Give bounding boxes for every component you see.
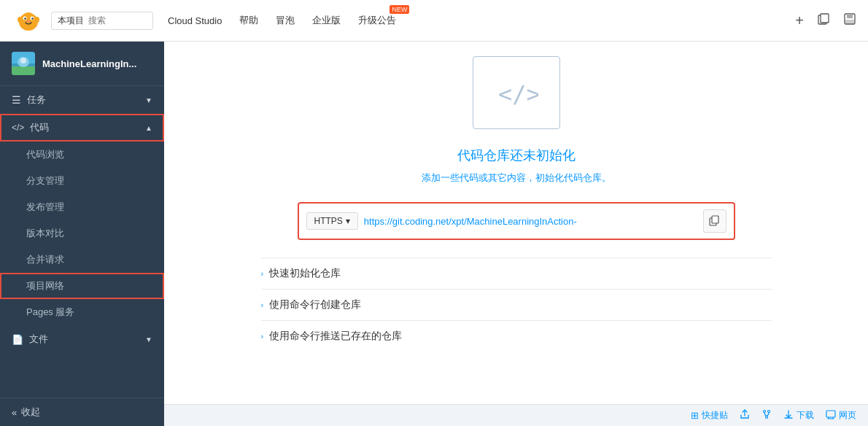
- quick-paste-label: 快捷贴: [702, 409, 728, 422]
- sidebar-section-code[interactable]: </> 代码 ▲: [0, 114, 164, 142]
- topnav-actions: +: [795, 12, 856, 29]
- svg-rect-12: [847, 14, 853, 18]
- files-arrow: ▼: [145, 336, 152, 344]
- project-name: MachineLearningIn...: [42, 58, 136, 69]
- collapse-icon: «: [12, 407, 17, 418]
- search-bar[interactable]: 本项目: [51, 12, 153, 30]
- tab-upgrade[interactable]: 升级公告 NEW: [358, 11, 396, 30]
- url-bar: HTTPS ▾ https://git.coding.net/xpt/Machi…: [298, 202, 735, 240]
- subtitle-before: 添加一些代码或其它内容，初始化: [422, 172, 564, 183]
- statusbar-fork[interactable]: [762, 409, 772, 422]
- search-project-label: 本项目: [58, 15, 84, 27]
- svg-point-7: [35, 17, 39, 23]
- subtitle-after: 。: [602, 172, 611, 183]
- content-main: </> 代码仓库还未初始化 添加一些代码或其它内容，初始化代码仓库。 HTTPS…: [164, 42, 868, 404]
- repo-title: 代码仓库还未初始化: [457, 147, 576, 164]
- network-icon: [826, 409, 836, 422]
- protocol-label: HTTPS: [314, 216, 343, 226]
- protocol-dropdown-icon: ▾: [346, 216, 350, 226]
- fork-icon: [762, 409, 772, 422]
- share-icon: [740, 409, 750, 422]
- collapsible-quick-init-header[interactable]: › 快速初始化仓库: [261, 267, 772, 280]
- project-avatar: [12, 52, 35, 75]
- tab-wandering[interactable]: 冒泡: [276, 11, 295, 30]
- sidebar-section-files[interactable]: 📄 文件 ▼: [0, 325, 164, 353]
- sidebar-item-version-diff[interactable]: 版本对比: [0, 220, 164, 247]
- svg-text:</>: </>: [498, 80, 538, 108]
- network-label: 网页: [839, 409, 856, 422]
- collapsible-cmd-create: › 使用命令行创建仓库: [261, 289, 772, 320]
- sidebar-item-branch-mgmt[interactable]: 分支管理: [0, 168, 164, 194]
- tab-enterprise[interactable]: 企业版: [312, 11, 341, 30]
- statusbar-share[interactable]: [740, 409, 750, 422]
- svg-rect-10: [821, 14, 829, 23]
- quick-init-label: 快速初始化仓库: [269, 267, 341, 280]
- svg-rect-13: [845, 20, 854, 23]
- svg-point-24: [766, 417, 768, 419]
- subtitle-link[interactable]: 代码仓库: [564, 172, 602, 183]
- svg-point-22: [764, 411, 766, 413]
- topnav: 本项目 Cloud Studio 帮助 冒泡 企业版 升级公告 NEW +: [0, 0, 868, 42]
- code-label: 代码: [30, 121, 49, 134]
- chevron-icon-3: ›: [261, 332, 264, 341]
- sidebar: MachineLearningIn... ☰ 任务 ▼ </> 代码 ▲ 代码浏…: [0, 42, 164, 426]
- search-input[interactable]: [88, 15, 147, 26]
- repo-subtitle: 添加一些代码或其它内容，初始化代码仓库。: [422, 171, 611, 185]
- statusbar-quick-paste[interactable]: ⊞ 快捷贴: [691, 409, 728, 422]
- tab-cloud-studio[interactable]: Cloud Studio: [168, 12, 222, 29]
- sidebar-collapse[interactable]: « 收起: [0, 398, 164, 426]
- sidebar-item-deploy-mgmt[interactable]: 发布管理: [0, 194, 164, 220]
- svg-point-6: [18, 17, 22, 23]
- code-arrow: ▲: [145, 124, 152, 132]
- collapsible-sections: › 快速初始化仓库 › 使用命令行创建仓库 › 使用命令行推送已存在的仓库: [261, 257, 772, 352]
- chevron-icon: ›: [261, 269, 264, 278]
- sidebar-item-project-network[interactable]: 项目网络: [0, 273, 164, 299]
- quick-paste-icon: ⊞: [691, 410, 699, 421]
- sidebar-item-code-browse[interactable]: 代码浏览: [0, 142, 164, 168]
- tab-help[interactable]: 帮助: [239, 11, 258, 30]
- collapsible-cmd-push: › 使用命令行推送已存在的仓库: [261, 320, 772, 352]
- svg-point-4: [24, 18, 26, 19]
- url-protocol-selector[interactable]: HTTPS ▾: [306, 212, 358, 230]
- sidebar-section-tasks[interactable]: ☰ 任务 ▼: [0, 86, 164, 114]
- logo: [12, 4, 45, 37]
- copy-button[interactable]: [817, 12, 830, 28]
- collapsible-cmd-push-header[interactable]: › 使用命令行推送已存在的仓库: [261, 330, 772, 343]
- content-area: </> 代码仓库还未初始化 添加一些代码或其它内容，初始化代码仓库。 HTTPS…: [164, 42, 868, 426]
- collapsible-cmd-create-header[interactable]: › 使用命令行创建仓库: [261, 298, 772, 311]
- statusbar: ⊞ 快捷贴: [164, 404, 868, 426]
- sidebar-item-pages-service[interactable]: Pages 服务: [0, 299, 164, 325]
- tasks-label: 任务: [27, 93, 46, 106]
- svg-point-5: [31, 18, 33, 19]
- files-label: 文件: [29, 333, 48, 346]
- collapse-label: 收起: [21, 406, 40, 419]
- svg-point-1: [21, 12, 36, 27]
- topnav-tabs: Cloud Studio 帮助 冒泡 企业版 升级公告 NEW: [168, 11, 795, 30]
- statusbar-network[interactable]: 网页: [826, 409, 856, 422]
- url-value[interactable]: https://git.coding.net/xpt/MachineLearni…: [364, 216, 697, 227]
- svg-rect-21: [712, 216, 718, 223]
- download-label: 下载: [797, 409, 814, 422]
- svg-rect-25: [826, 411, 835, 417]
- tasks-arrow: ▼: [145, 96, 152, 104]
- statusbar-download[interactable]: 下载: [783, 409, 814, 422]
- tasks-icon: ☰: [12, 94, 21, 106]
- new-badge: NEW: [390, 5, 409, 14]
- save-button[interactable]: [843, 12, 856, 28]
- cmd-create-label: 使用命令行创建仓库: [269, 298, 361, 311]
- svg-point-18: [20, 58, 26, 63]
- sidebar-item-merge-request[interactable]: 合并请求: [0, 247, 164, 273]
- cmd-push-label: 使用命令行推送已存在的仓库: [269, 330, 402, 343]
- chevron-icon-2: ›: [261, 301, 264, 309]
- sidebar-project[interactable]: MachineLearningIn...: [0, 42, 164, 86]
- url-copy-button[interactable]: [703, 209, 726, 233]
- collapsible-quick-init: › 快速初始化仓库: [261, 257, 772, 289]
- svg-point-8: [26, 20, 31, 23]
- files-icon: 📄: [12, 334, 23, 345]
- main-layout: MachineLearningIn... ☰ 任务 ▼ </> 代码 ▲ 代码浏…: [0, 42, 868, 426]
- code-icon-box: </>: [473, 56, 560, 129]
- svg-point-23: [768, 411, 770, 413]
- add-button[interactable]: +: [795, 12, 804, 29]
- download-icon: [783, 409, 794, 422]
- code-icon: </>: [12, 123, 24, 133]
